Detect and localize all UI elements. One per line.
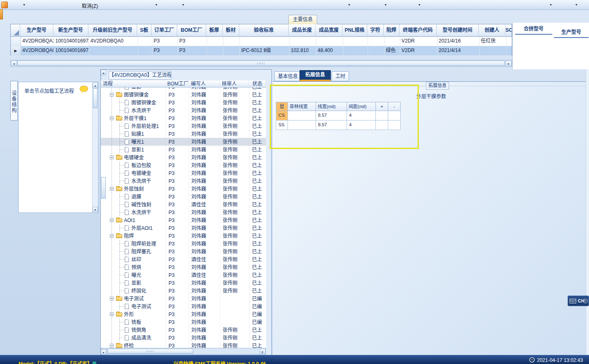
collapse-icon[interactable] [110,344,114,347]
device-panel-vscrollbar[interactable]: ▲ ▼ [92,83,97,212]
process-tree-hscrollbar[interactable]: ◄ ► [101,348,266,355]
process-row[interactable]: 电镀硬金P3刘伟巍张传刚已上 [101,169,266,177]
process-row[interactable]: 退膜P3刘伟巍张传刚已上 [101,193,266,201]
column-header[interactable]: 订单工厂 [152,24,177,37]
process-row[interactable]: 图镀铜镍金P3刘伟巍张传刚已上 [101,99,266,106]
column-header[interactable]: 阻焊 [384,24,399,37]
product-grid-hscrollbar[interactable]: ◄ ► [10,60,512,67]
collapse-icon[interactable] [110,93,114,97]
collapse-icon[interactable] [110,187,114,191]
column-header[interactable]: 型号创建时间 [437,24,479,37]
param-column-header[interactable]: 间距(mil) [347,102,376,111]
collapse-icon[interactable] [110,156,114,159]
product-row[interactable]: 4V2DROBQA1100104001697284V2DROBQA0P3P3V2… [11,37,512,46]
scrollbar-thumb[interactable] [101,177,106,199]
menu-dropdown-arrow[interactable]: ▼ [549,3,552,7]
column-header[interactable]: 终端客户代码 [399,24,437,37]
process-row[interactable]: 铣倒角P3刘伟巍张传刚已上 [101,326,266,334]
param-row[interactable]: CS8.574 [276,111,401,121]
language-bar[interactable]: CH ? [568,295,589,306]
process-row[interactable]: 丝印P3酒佳佳张传刚已上 [101,255,266,263]
scrollbar-thumb[interactable] [93,88,97,108]
process-row[interactable]: 阻焊塞孔P3刘伟巍张传刚已上 [101,248,266,255]
collapse-icon[interactable] [110,218,114,222]
help-icon[interactable]: ? [583,299,588,303]
process-row[interactable]: 电子测试P3刘伟巍已编 [101,303,266,310]
process-row[interactable]: 电镀硬金P3刘伟巍张传刚已上 [101,154,266,161]
process-column-header[interactable]: 编写人 [189,80,220,87]
process-column-header[interactable]: BOM工厂 [165,80,189,87]
column-header[interactable]: PNL规格 [342,24,367,37]
column-header[interactable]: S板 [137,24,152,37]
grid-corner-cell[interactable] [11,24,20,37]
menu-dropdown-arrow[interactable]: ▼ [23,3,26,7]
column-header[interactable]: 板厚 [206,24,223,37]
process-row[interactable]: 曝光P3酒佳佳张传刚已上 [101,271,266,279]
param-column-header[interactable]: 线宽(mil) [316,102,347,111]
tab-basic-info[interactable]: 基本信息 [274,71,302,81]
product-row[interactable]: ▶4V2DROBQA010010400169728P3P3IPC-6012 Ⅱ级… [11,46,512,56]
process-row[interactable]: 电子测试P3刘伟巍已编 [101,295,266,303]
column-header[interactable]: 成品宽度 [316,24,342,37]
param-column-header[interactable]: - [388,102,401,111]
process-column-header[interactable]: 核审人 [220,80,249,87]
process-row[interactable]: 预烘P3刘伟巍张传刚已上 [101,263,266,271]
column-header[interactable]: BOM工厂 [177,24,206,37]
param-column-header[interactable]: 菲林线宽 [288,102,316,111]
menu-dropdown-arrow[interactable]: ▼ [182,3,185,7]
process-row[interactable]: 终检P3刘伟巍张传刚已上 [101,342,266,348]
process-row[interactable]: 板边包胶P3刘伟巍张传刚已上 [101,161,266,169]
process-row[interactable]: 水洗烘干P3刘伟巍张传刚已上 [101,208,266,216]
process-row[interactable]: 成品清洗P3刘伟巍张传刚已上 [101,334,266,342]
column-header[interactable]: 成品长度 [289,24,316,37]
process-row[interactable]: 外层AOI1P3刘伟巍张传刚已上 [101,224,266,232]
scroll-right-icon[interactable]: ► [260,349,266,354]
scroll-up-icon[interactable]: ▲ [93,83,98,88]
process-row[interactable]: 铣板P3刘伟巍已编 [101,318,266,326]
scrollbar-thumb[interactable] [17,61,505,66]
process-row[interactable]: AOI1P3刘伟巍张传刚已上 [101,216,266,224]
scroll-left-icon[interactable]: ◄ [11,61,17,66]
scroll-down-icon[interactable]: ▼ [101,350,106,355]
column-header[interactable]: 创建人 [479,24,506,37]
tab-work-hours[interactable]: 工时 [332,71,349,81]
process-row[interactable]: 显影P3刘伟巍张传刚已上 [101,279,266,287]
process-row[interactable]: 终固化P3刘伟巍张传刚已上 [101,287,266,295]
collapse-icon[interactable] [110,234,114,238]
process-row[interactable]: 碱性蚀刻P3酒佳佳张传刚已上 [101,201,266,208]
param-row[interactable]: SS8.574 [276,121,401,130]
column-header[interactable]: 字符 [367,24,384,37]
process-row[interactable]: 外形P3刘伟巍已编 [101,310,266,318]
process-row[interactable]: 外层蚀刻P3刘伟巍张传刚已上 [101,185,266,193]
process-row[interactable]: 显影1P3刘伟巍张传刚已上 [101,146,266,154]
vertical-tab-device-structure[interactable]: 设备结构 [10,81,18,121]
column-header[interactable]: SC [506,24,512,37]
menu-dropdown-arrow[interactable]: ▼ [348,3,351,7]
tab-extended-info[interactable]: 拓展信息 [299,70,331,81]
scroll-up-icon[interactable]: ▲ [101,70,106,75]
process-row[interactable]: 阻焊前处理P3刘伟巍张传刚已上 [101,240,266,248]
process-row[interactable]: 阻焊P3刘伟巍张传刚已上 [101,232,266,240]
process-row[interactable]: 曝光1P3刘伟巍张传刚已上 [101,138,266,146]
process-column-header[interactable]: 流程 [101,80,165,87]
process-row[interactable]: 贴膜1P3刘伟巍张传刚已上 [101,130,266,138]
process-row[interactable]: 显影P3刘伟巍张传刚已上 [101,87,266,91]
column-header[interactable]: 验收标准 [239,24,289,37]
menu-dropdown-arrow[interactable]: ▼ [418,3,421,7]
scroll-right-icon[interactable]: ► [506,61,512,66]
process-row[interactable]: 外层前处理1P3刘伟巍张传刚已上 [101,122,266,130]
column-header[interactable]: 生产型号 [20,24,53,37]
column-header[interactable]: 板材 [223,24,239,37]
process-row[interactable]: 水洗烘干P3刘伟巍张传刚已上 [101,177,266,185]
param-column-header[interactable]: 层 [276,102,288,111]
collapse-icon[interactable] [110,312,114,316]
param-column-header[interactable]: + [376,102,388,111]
column-header[interactable]: 升级前旧生产型号 [88,24,137,37]
menu-dropdown-arrow[interactable]: ▼ [384,3,387,7]
collapsed-panel-tab[interactable] [0,9,3,19]
process-row[interactable]: 外层干膜1P3刘伟巍张传刚已上 [101,114,266,122]
menu-dropdown-arrow[interactable]: ▼ [155,3,158,7]
menu-dropdown-arrow[interactable]: ▼ [575,3,578,7]
column-header-combined-model[interactable]: 合拼型号 [515,24,552,35]
process-row[interactable]: 水洗烘干P3刘伟巍张传刚已上 [101,106,266,114]
